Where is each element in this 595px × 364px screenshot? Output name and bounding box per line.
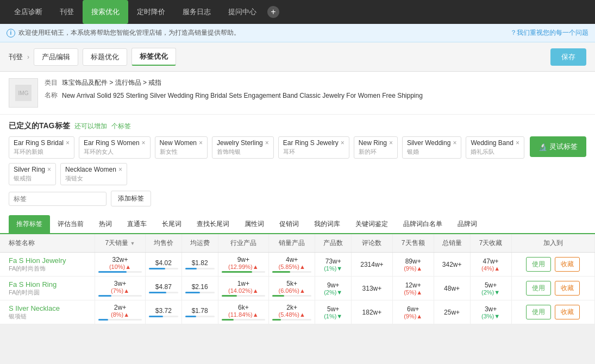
tag-name-7: Wedding Band xyxy=(471,139,513,147)
tag-translation-7: 婚礼乐队 xyxy=(471,148,519,156)
breadcrumb: 刊登 › 产品编辑 标题优化 标签优化 保存 xyxy=(0,42,595,72)
tab-attribute[interactable]: 属性词 xyxy=(237,215,272,233)
table-row: S Ilver Necklace 银项链 2w+ (8%)▲ $3.72 $1.… xyxy=(0,300,595,324)
tag-translation-5: 新的环 xyxy=(359,148,393,156)
tag-item-8: Silver Ring × 银戒指 xyxy=(9,163,56,185)
tag-close-1[interactable]: × xyxy=(142,140,146,146)
th-favs7d: 7天收藏 xyxy=(470,234,511,253)
row1-save-button[interactable]: 收藏 xyxy=(555,257,580,272)
tab-promo[interactable]: 促销词 xyxy=(272,215,306,233)
tag-translation-0: 耳环的新娘 xyxy=(14,148,70,156)
tab-mywords[interactable]: 我的词库 xyxy=(306,215,348,233)
th-name: 标签名称 xyxy=(0,234,95,253)
tab-evaluate[interactable]: 评估当前 xyxy=(50,215,91,233)
tab-hot-words[interactable]: 热词 xyxy=(91,215,120,233)
info-bar: i 欢迎使用旺销王，本系统将帮助您智能化管理店铺，为打造高销量提供帮助。 ？我们… xyxy=(0,24,595,42)
tab-bar: 推荐标签 评估当前 热词 直通车 长尾词 查找长尾词 属性词 促销词 我的词库 … xyxy=(0,215,595,234)
tag-name-6: Silver Wedding xyxy=(407,139,450,147)
tab-direct[interactable]: 直通车 xyxy=(120,215,154,233)
th-sales7damt: 7天售额 xyxy=(392,234,434,253)
tag-translation-2: 新女性 xyxy=(160,148,203,156)
tab-tag-optimize[interactable]: 标签优化 xyxy=(131,48,176,66)
row2-name-main[interactable]: Fa S Hion Ring xyxy=(9,280,91,288)
tag-close-3[interactable]: × xyxy=(265,140,269,146)
row2-name-sub: FA的时尚圆 xyxy=(9,288,91,297)
tab-title-optimize[interactable]: 标题优化 xyxy=(83,48,127,66)
tag-item-6: Silver Wedding × 银婚 xyxy=(402,136,462,159)
tags-container: Ear Ring S Bridal × 耳环的新娘 Ear Ring S Wom… xyxy=(9,136,530,185)
test-icon: 🔬 xyxy=(538,143,547,151)
row1-name-main[interactable]: Fa S Hion Jewelry xyxy=(9,256,91,265)
category-label: 类目 xyxy=(45,78,58,87)
row1-name-sub: FA的时尚首饰 xyxy=(9,265,91,273)
tag-close-8[interactable]: × xyxy=(47,166,51,173)
row3-name-sub: 银项链 xyxy=(9,312,91,321)
tag-close-9[interactable]: × xyxy=(118,166,122,173)
tags-subtitle[interactable]: 还可以增加 xyxy=(74,122,107,131)
table-row: Fa S Hion Ring FA的时尚圆 3w+ (7%)▲ $4.87 $2… xyxy=(0,277,595,300)
th-prodcount: 产品数 xyxy=(315,234,352,253)
save-button[interactable]: 保存 xyxy=(550,48,586,66)
tag-item-1: Ear Ring S Women × 耳环的女人 xyxy=(79,136,151,159)
info-icon: i xyxy=(7,29,15,37)
tag-translation-4: 耳环 xyxy=(283,148,345,156)
tag-translation-1: 耳环的女人 xyxy=(84,148,146,156)
table-row: Fa S Hion Jewelry FA的时尚首饰 32w+ (10%)▲ $4… xyxy=(0,253,595,277)
add-tag-button[interactable]: 添加标签 xyxy=(111,191,151,206)
row3-name-main[interactable]: S Ilver Necklace xyxy=(9,304,91,312)
th-price: 均售价 xyxy=(145,234,181,253)
tag-close-7[interactable]: × xyxy=(516,140,519,146)
tag-translation-8: 银戒指 xyxy=(14,174,51,183)
tag-translation-9: 项链女 xyxy=(65,174,122,183)
row2-save-button[interactable]: 收藏 xyxy=(555,281,580,296)
nav-item-sousuoyouhua[interactable]: 搜索优化 xyxy=(83,0,128,24)
nav-item-fuwu[interactable]: 服务日志 xyxy=(174,0,220,24)
row1-use-button[interactable]: 使用 xyxy=(526,257,551,272)
test-tag-button[interactable]: 🔬 灵试标签 xyxy=(530,136,586,157)
tag-item-7: Wedding Band × 婚礼乐队 xyxy=(466,136,524,159)
tab-brand-whitelist[interactable]: 品牌词白名单 xyxy=(396,215,450,233)
tag-translation-3: 首饰纯银 xyxy=(217,148,269,156)
tag-item-3: Jewelry Sterling × 首饰纯银 xyxy=(212,136,274,159)
nav-item-quandian[interactable]: 全店诊断 xyxy=(5,0,51,24)
row1-sales7d: 32w+ (10%)▲ xyxy=(98,256,142,273)
tag-name-2: New Women xyxy=(160,139,197,147)
tab-find-longtail[interactable]: 查找长尾词 xyxy=(189,215,237,233)
tab-recommended[interactable]: 推荐标签 xyxy=(9,215,50,233)
nav-plus-button[interactable]: + xyxy=(267,6,279,18)
tag-close-2[interactable]: × xyxy=(199,140,203,146)
tag-item-5: New Ring × 新的环 xyxy=(354,136,398,159)
tag-item-9: Necklace Women × 项链女 xyxy=(60,163,127,185)
help-link[interactable]: ？我们重视您的每一个问题 xyxy=(510,28,588,37)
tag-input[interactable] xyxy=(9,192,107,206)
th-totalsales: 总销量 xyxy=(434,234,470,253)
nav-item-tiwen[interactable]: 提问中心 xyxy=(220,0,265,24)
tag-close-5[interactable]: × xyxy=(389,140,393,146)
th-shipping: 均运费 xyxy=(181,234,218,253)
row3-use-button[interactable]: 使用 xyxy=(526,305,551,319)
tag-close-0[interactable]: × xyxy=(66,140,70,146)
tag-close-6[interactable]: × xyxy=(453,140,456,146)
tab-longtail[interactable]: 长尾词 xyxy=(154,215,189,233)
product-info: IMG 类目 珠宝饰品及配件 > 流行饰品 > 戒指 名称 New Arriva… xyxy=(0,72,595,115)
nav-item-kandeng[interactable]: 刊登 xyxy=(51,0,83,24)
tab-brand[interactable]: 品牌词 xyxy=(450,215,485,233)
breadcrumb-item-kandeng: 刊登 xyxy=(9,52,23,62)
tag-name-9: Necklace Women xyxy=(65,166,116,173)
th-action: 加入到 xyxy=(511,234,594,253)
tag-name-0: Ear Ring S Bridal xyxy=(14,139,64,147)
data-table: 标签名称 7天销量 ▼ 均售价 均运费 行业产品 销量产品 产品数 评论数 7天… xyxy=(0,234,595,324)
tag-item-4: Ear Ring S Jewelry × 耳环 xyxy=(278,136,349,159)
row2-use-button[interactable]: 使用 xyxy=(526,281,551,296)
tag-close-4[interactable]: × xyxy=(341,140,345,146)
tab-keyword-id[interactable]: 关键词鉴定 xyxy=(348,215,396,233)
tag-name-3: Jewelry Sterling xyxy=(217,139,263,147)
tag-name-1: Ear Ring S Women xyxy=(84,139,140,147)
tab-product-edit[interactable]: 产品编辑 xyxy=(34,48,78,66)
category-value: 珠宝饰品及配件 > 流行饰品 > 戒指 xyxy=(62,78,161,87)
th-reviews: 评论数 xyxy=(352,234,393,253)
th-industry: 行业产品 xyxy=(218,234,269,253)
th-sales7d[interactable]: 7天销量 ▼ xyxy=(95,234,146,253)
row3-save-button[interactable]: 收藏 xyxy=(555,305,580,319)
nav-item-dingshi[interactable]: 定时降价 xyxy=(128,0,174,24)
